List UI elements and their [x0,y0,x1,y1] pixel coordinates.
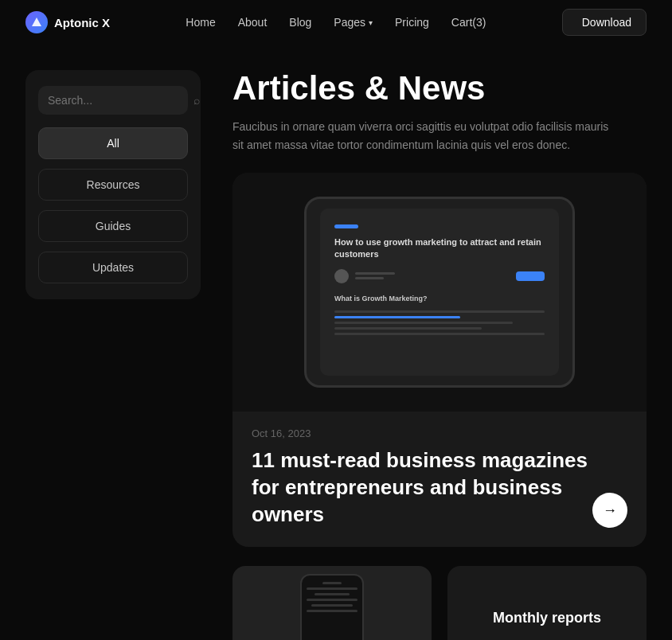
article-headline: 11 must-read business magazines for entr… [252,447,592,528]
phone-line [307,587,357,590]
meta-lines [355,272,395,279]
logo-text: Aptonic X [54,16,110,29]
meta-line [355,272,395,275]
phone-notch [322,582,342,584]
svg-marker-0 [32,18,41,26]
nav-home[interactable]: Home [186,16,215,29]
article-date: Oct 16, 2023 [252,427,627,439]
featured-card-bottom: Oct 16, 2023 11 must-read business magaz… [232,412,647,547]
meta-tag [516,271,545,281]
arrow-right-icon: → [603,502,617,519]
search-input[interactable] [48,94,187,107]
search-icon: ⌕ [193,94,200,107]
article-subtitle-text: What is Growth Marketing? [334,295,545,302]
featured-card-image: How to use growth marketing to attract a… [232,173,647,412]
filter-resources-button[interactable]: Resources [38,169,188,201]
sidebar: ⌕ All Resources Guides Updates [25,70,201,299]
page-wrapper: Aptonic X Home About Blog Pages ▾ Pricin… [0,0,672,640]
article-row: 11 must-read business magazines for entr… [252,447,627,528]
meta-line [355,277,384,279]
bottom-card-phone [232,566,432,640]
content-area: Articles & News Faucibus in ornare quam … [232,70,647,640]
nav-links: Home About Blog Pages ▾ Pricing Cart(3) [186,16,486,29]
content-line [334,310,545,313]
blue-bar [334,224,358,228]
content-lines [334,310,545,335]
main-content: ⌕ All Resources Guides Updates Articles … [0,45,672,640]
bottom-card-reports: Monthly reports [447,566,647,640]
download-button[interactable]: Download [562,9,647,36]
nav-blog[interactable]: Blog [289,16,311,29]
filter-guides-button[interactable]: Guides [38,210,188,242]
content-line-blue [334,316,460,318]
phone-line [307,610,357,612]
article-title-text: How to use growth marketing to attract a… [334,236,545,261]
filter-all-button[interactable]: All [38,127,188,159]
tablet-screen: How to use growth marketing to attract a… [320,209,559,376]
nav-cart[interactable]: Cart(3) [451,16,486,29]
featured-card: How to use growth marketing to attract a… [232,173,647,547]
tablet-mockup: How to use growth marketing to attract a… [304,197,575,388]
content-line [334,333,545,335]
next-button[interactable]: → [592,493,627,528]
phone-line [315,593,350,595]
logo[interactable]: Aptonic X [25,11,110,33]
navbar: Aptonic X Home About Blog Pages ▾ Pricin… [0,0,672,45]
chevron-down-icon: ▾ [369,18,373,27]
search-box: ⌕ [38,86,188,115]
nav-pricing[interactable]: Pricing [395,16,429,29]
section-description: Faucibus in ornare quam viverra orci sag… [232,118,615,154]
bottom-cards: Monthly reports [232,566,647,640]
phone-line [307,599,357,601]
content-line [334,322,513,324]
article-meta [334,269,545,283]
nav-about[interactable]: About [238,16,268,29]
avatar [334,269,349,283]
filter-updates-button[interactable]: Updates [38,252,188,283]
logo-icon [25,11,48,33]
phone-mockup [300,574,364,640]
nav-pages[interactable]: Pages ▾ [334,16,373,29]
section-title: Articles & News [232,70,647,107]
phone-line [311,604,352,607]
reports-label: Monthly reports [493,610,601,626]
content-line [334,327,482,330]
